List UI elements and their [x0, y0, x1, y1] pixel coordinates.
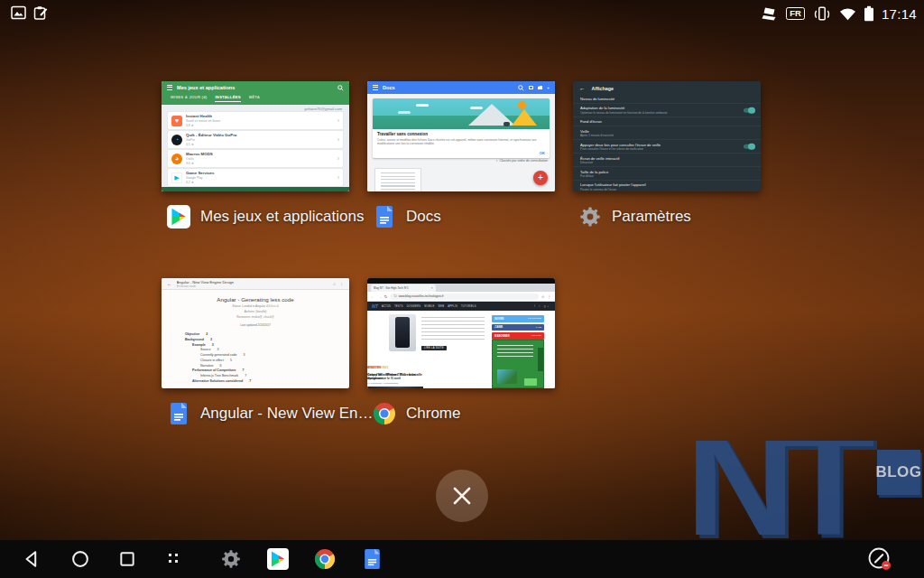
- article-title: Coup d'œil : Windows 10 Creators Update …: [367, 373, 423, 381]
- toc-page: 3: [212, 343, 214, 348]
- task-label-docs[interactable]: Docs: [373, 205, 441, 228]
- toc-row: Background 3: [185, 338, 349, 342]
- settings-item-title: Adaptation de la luminosité: [580, 106, 739, 110]
- vibrate-icon: [812, 5, 832, 23]
- stylus-button[interactable]: [867, 540, 892, 578]
- star-icon: ☆: [541, 294, 545, 299]
- docs-shortcut-button[interactable]: [359, 540, 384, 578]
- close-all-button[interactable]: [436, 470, 488, 522]
- chrome-shortcut-button[interactable]: [312, 540, 337, 578]
- site-menu-item: APPLIS: [448, 305, 457, 308]
- play-header: Mes jeux et applications: [162, 81, 349, 94]
- sort-label: Classés par ordre de consultation: [499, 159, 548, 163]
- site-menu-item: TUTORIELS: [461, 305, 476, 308]
- docs-icon: [373, 205, 396, 228]
- task-card-docs[interactable]: Docs + Travailler sans connexion Créez, …: [367, 81, 555, 191]
- toc-row: Example 3: [185, 343, 349, 348]
- app-rating: 3,6 ★: [186, 162, 337, 165]
- settings-header: ← Affichage: [573, 81, 761, 95]
- toc-row: Closure in effect 5: [185, 359, 349, 363]
- app-subtitle: GoPro: [186, 138, 337, 142]
- offline-badge-icon: [518, 101, 526, 109]
- toc-page: 3: [217, 348, 218, 352]
- app-row: ♥ Instant Health Santé et remise en form…: [168, 112, 343, 129]
- star-icon: ☆: [332, 282, 336, 286]
- toggle-switch: [744, 108, 754, 113]
- forward-icon: →: [377, 294, 381, 299]
- settings-item-subtitle: Après 1 minute d'inactivité: [580, 134, 739, 137]
- task-label-chrome[interactable]: Chrome: [373, 402, 460, 425]
- article-tag: WINDOWS: [367, 367, 381, 369]
- doc-toolbar-subtitle: En lecture seule: [177, 284, 328, 288]
- play-tab: MISES À JOUR (4): [171, 95, 207, 101]
- offline-banner: Travailler sans connexion Créez, ouvrez …: [373, 98, 550, 158]
- banner-body: Créez, ouvrez et modifiez des fichiers D…: [377, 138, 545, 147]
- social-count: ABONNÉS: [531, 334, 541, 337]
- app-icon: ◔: [171, 135, 182, 145]
- info-icon: ⓘ: [393, 294, 396, 298]
- settings-item: Appuyer deux fois pour consulter l'écran…: [573, 140, 761, 154]
- task-card-chrome[interactable]: Blog NT : Site High-Tech N°1 ✕ ← → ↻ ⓘ w…: [367, 278, 555, 388]
- search-icon: [337, 85, 344, 91]
- doc-meta-line: Status: Landed in Angular 4.0.0-rc.0: [162, 304, 349, 308]
- settings-item: Fond d'écran: [573, 117, 761, 126]
- task-card-angular-doc[interactable]: ← Angular - New View Engine Design En le…: [162, 278, 349, 388]
- back-button[interactable]: [20, 540, 45, 578]
- apps-grid-button[interactable]: [162, 540, 187, 578]
- social-count: FANS: [536, 326, 541, 329]
- task-card-play-store[interactable]: Mes jeux et applications MISES À JOUR (4…: [162, 81, 349, 191]
- recents-button[interactable]: [115, 540, 140, 578]
- settings-item-title: Niveau de luminosité: [580, 97, 739, 101]
- photo-notification-icon: [11, 5, 26, 20]
- toc-row: Currently generated code 3: [185, 353, 349, 358]
- task-label-angular-doc[interactable]: Angular - New View En…: [167, 402, 374, 425]
- cloud-shape: [416, 104, 429, 107]
- docs-header-icons: +: [518, 85, 550, 91]
- task-label-settings[interactable]: Paramètres: [578, 205, 691, 228]
- toc-text: Background: [185, 338, 204, 342]
- app-rating: 4,5 ★: [186, 143, 337, 146]
- notification-icons: [11, 5, 49, 20]
- settings-item-title: Taille de la police: [580, 170, 739, 174]
- refresh-icon: ↻: [384, 294, 388, 299]
- toc-row: Alternative Solutions considered 7: [185, 379, 349, 384]
- overflow-icon: ⋮: [548, 294, 551, 299]
- app-icon: ▶: [171, 172, 182, 183]
- settings-item-subtitle: Pivoter le contenu de l'écran: [580, 188, 739, 191]
- laptop-status-icon: [762, 6, 779, 22]
- play-store-icon: [167, 205, 190, 228]
- account-email: yohann76@gmail.com: [162, 105, 349, 112]
- site-menu-item: WEB: [439, 305, 445, 308]
- battery-icon: [864, 5, 874, 22]
- site-menu-item: MOBILE: [424, 305, 434, 308]
- task-card-settings[interactable]: ← Affichage Niveau de luminosité Adaptat…: [573, 81, 761, 191]
- app-row: ◔ Quik - Éditeur Vidéo GoPro GoPro 4,5 ★…: [168, 131, 343, 148]
- app-rating: 3,8 ★: [186, 124, 337, 127]
- back-triangle-icon: [23, 548, 42, 570]
- settings-item: Niveau de luminosité: [573, 95, 761, 104]
- toc-text: Closure in effect: [200, 359, 224, 363]
- docs-body: Travailler sans connexion Créez, ouvrez …: [367, 94, 555, 191]
- banner-text: Travailler sans connexion Créez, ouvrez …: [373, 129, 550, 150]
- task-label-play-store[interactable]: Mes jeux et applications: [167, 205, 364, 228]
- home-button[interactable]: [68, 540, 93, 578]
- settings-shortcut-button[interactable]: [218, 540, 244, 578]
- play-tab: INSTALLÉES: [215, 95, 240, 102]
- doc-toolbar-titles: Angular - New View Engine Design En lect…: [177, 280, 328, 288]
- social-button: SUIVRE FOLLOWERS: [492, 315, 544, 322]
- android-recents-screen: FR 17:14 Mes jeux et applications MISES …: [0, 0, 924, 578]
- article-image: [367, 387, 423, 388]
- play-store-shortcut-button[interactable]: [265, 540, 291, 578]
- browser-tab: Blog NT : Site High-Tech N°1 ✕: [371, 284, 436, 292]
- watermark-badge: BLOG: [877, 450, 920, 495]
- tab-close-icon: ✕: [430, 286, 433, 290]
- settings-list: Niveau de luminosité Adaptation de la lu…: [573, 95, 761, 191]
- settings-item-subtitle: Par défaut: [580, 174, 739, 178]
- toc-page: 5: [230, 359, 232, 363]
- wifi-icon: [839, 6, 856, 21]
- article-excerpt-lines: [421, 317, 485, 342]
- play-store-icon: [267, 548, 289, 570]
- banner-title: Travailler sans connexion: [377, 132, 545, 136]
- site-social-icons: f t g+: [534, 305, 550, 308]
- settings-item-title: Écran de veille interactif: [580, 156, 739, 161]
